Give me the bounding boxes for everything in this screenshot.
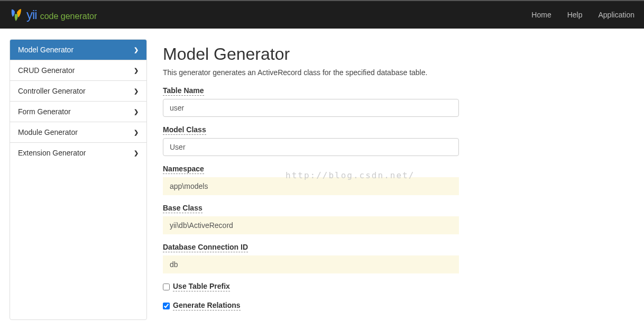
sidebar-item-label: Extension Generator: [18, 149, 86, 157]
db-connection-input[interactable]: [163, 255, 459, 273]
use-table-prefix-checkbox[interactable]: [163, 284, 170, 290]
nav-links: Home Help Application: [531, 11, 634, 19]
sidebar-item-label: Module Generator: [18, 128, 78, 136]
yii-logo-icon: [10, 8, 23, 22]
generate-relations-label: Generate Relations: [173, 301, 241, 310]
sidebar-item-module-generator[interactable]: Module Generator ❯: [10, 122, 146, 143]
sidebar-item-label: Model Generator: [18, 45, 73, 54]
nav-help[interactable]: Help: [567, 11, 583, 19]
sidebar-item-extension-generator[interactable]: Extension Generator ❯: [10, 143, 146, 163]
base-class-input[interactable]: [163, 216, 459, 234]
brand-subtitle: code generator: [40, 12, 97, 21]
base-class-label: Base Class: [163, 204, 203, 213]
main-content: Model Generator This generator generates…: [163, 39, 459, 320]
sidebar-item-controller-generator[interactable]: Controller Generator ❯: [10, 81, 146, 102]
chevron-right-icon: ❯: [134, 108, 139, 115]
namespace-label: Namespace: [163, 164, 204, 174]
chevron-right-icon: ❯: [134, 67, 139, 74]
navbar: yii code generator Home Help Application: [0, 1, 644, 29]
namespace-input[interactable]: [163, 177, 459, 195]
sidebar-item-label: CRUD Generator: [18, 66, 75, 75]
table-name-input[interactable]: [163, 99, 459, 117]
chevron-right-icon: ❯: [134, 129, 139, 136]
nav-home[interactable]: Home: [531, 11, 551, 19]
sidebar-item-form-generator[interactable]: Form Generator ❯: [10, 102, 146, 122]
chevron-right-icon: ❯: [134, 150, 139, 157]
table-name-label: Table Name: [163, 86, 204, 96]
sidebar-item-label: Form Generator: [18, 107, 71, 116]
nav-application[interactable]: Application: [599, 11, 635, 19]
brand-logo[interactable]: yii code generator: [10, 7, 97, 22]
page-title: Model Generator: [163, 44, 459, 64]
page-description: This generator generates an ActiveRecord…: [163, 68, 459, 77]
db-connection-label: Database Connection ID: [163, 243, 248, 252]
sidebar: Model Generator ❯ CRUD Generator ❯ Contr…: [10, 39, 147, 320]
sidebar-item-label: Controller Generator: [18, 87, 86, 95]
generate-relations-checkbox[interactable]: [163, 303, 170, 309]
sidebar-item-crud-generator[interactable]: CRUD Generator ❯: [10, 60, 146, 81]
chevron-right-icon: ❯: [134, 88, 139, 95]
use-table-prefix-label: Use Table Prefix: [173, 282, 230, 291]
model-class-label: Model Class: [163, 125, 206, 135]
sidebar-item-model-generator[interactable]: Model Generator ❯: [10, 40, 146, 60]
brand-name: yii: [26, 7, 37, 22]
model-class-input[interactable]: [163, 138, 459, 156]
chevron-right-icon: ❯: [134, 47, 139, 53]
